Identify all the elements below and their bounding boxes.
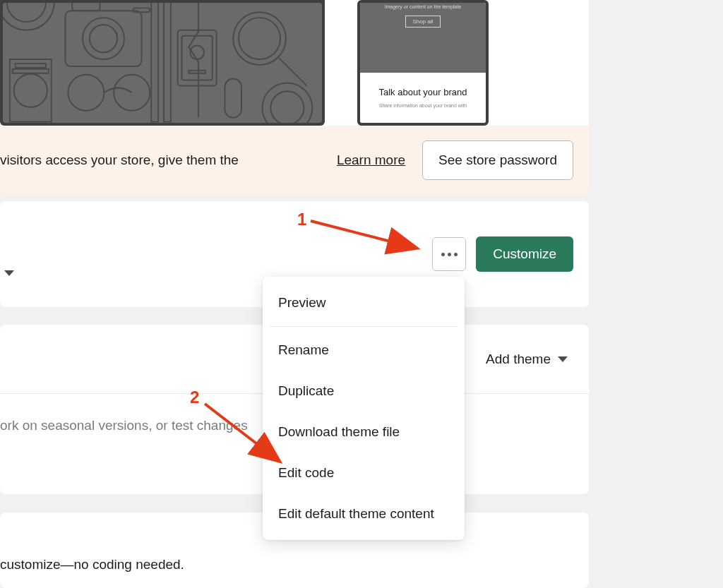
svg-point-11 (114, 75, 150, 111)
svg-point-8 (90, 25, 117, 52)
mobile-top-tagline: imagery or content on the template (385, 4, 461, 10)
customize-button[interactable]: Customize (476, 236, 573, 272)
svg-point-10 (68, 75, 104, 111)
menu-item-rename[interactable]: Rename (263, 330, 465, 371)
annotation-number-1: 1 (297, 210, 306, 229)
svg-point-2 (14, 74, 47, 107)
annotation-arrow-2 (201, 400, 292, 470)
add-theme-button[interactable]: Add theme (486, 352, 568, 367)
svg-point-0 (3, 3, 54, 30)
svg-rect-5 (65, 11, 141, 66)
mobile-preview-thumbnail: imagery or content on the template Shop … (357, 0, 489, 126)
online-store-description: customize—no coding needed. (0, 557, 184, 572)
theme-actions-dropdown: Preview Rename Duplicate Download theme … (263, 277, 465, 540)
desktop-preview-thumbnail (0, 0, 325, 126)
svg-rect-4 (13, 69, 49, 73)
mobile-shop-all-button: Shop all (405, 16, 441, 28)
learn-more-link[interactable]: Learn more (337, 152, 405, 168)
svg-rect-20 (225, 79, 241, 118)
svg-line-24 (205, 404, 278, 460)
menu-item-duplicate[interactable]: Duplicate (263, 371, 465, 412)
svg-line-23 (311, 221, 415, 248)
svg-rect-6 (72, 3, 100, 11)
svg-point-22 (270, 91, 304, 123)
dots-icon (441, 253, 458, 256)
svg-point-1 (7, 3, 46, 22)
flatlay-illustration (3, 3, 322, 123)
add-theme-label: Add theme (486, 352, 551, 367)
chevron-down-icon (558, 356, 568, 362)
menu-item-download-theme-file[interactable]: Download theme file (263, 412, 465, 452)
svg-point-19 (239, 18, 280, 59)
svg-rect-17 (189, 71, 205, 73)
svg-rect-3 (16, 64, 46, 68)
menu-item-preview[interactable]: Preview (263, 282, 465, 323)
menu-item-edit-default-theme-content[interactable]: Edit default theme content (263, 493, 465, 534)
annotation-number-2: 2 (190, 388, 199, 407)
mobile-brand-title: Talk about your brand (378, 87, 467, 98)
svg-point-21 (262, 83, 312, 123)
svg-rect-13 (164, 3, 171, 122)
more-actions-button[interactable] (432, 237, 466, 271)
banner-text: visitors access your store, give them th… (0, 152, 320, 168)
menu-item-edit-code[interactable]: Edit code (263, 452, 465, 493)
theme-preview-area: imagery or content on the template Shop … (0, 0, 589, 126)
annotation-arrow-1 (308, 215, 428, 258)
password-banner: visitors access your store, give them th… (0, 126, 589, 195)
svg-rect-12 (151, 3, 158, 122)
mobile-brand-sub: Share information about your brand with (379, 103, 467, 109)
svg-point-18 (233, 12, 286, 65)
divider (270, 326, 458, 327)
chevron-down-icon[interactable] (4, 270, 14, 276)
see-store-password-button[interactable]: See store password (422, 140, 573, 180)
svg-rect-14 (178, 30, 217, 86)
